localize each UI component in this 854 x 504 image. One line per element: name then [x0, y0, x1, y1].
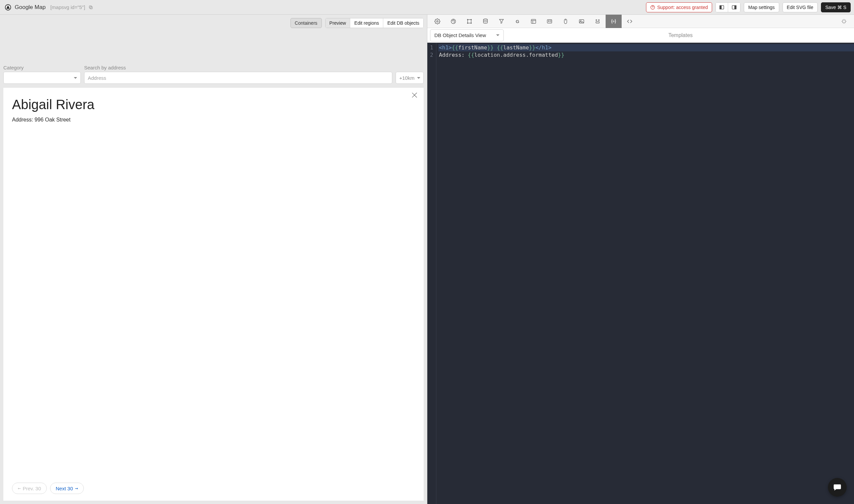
prev-page-button[interactable]: ← Prev. 30 [12, 483, 47, 494]
template-view-select[interactable]: DB Object Details View [430, 29, 504, 41]
chat-fab[interactable] [828, 478, 847, 497]
prev-page-label: Prev. 30 [23, 486, 41, 491]
bounding-box-icon[interactable] [461, 15, 477, 28]
svg-point-4 [653, 8, 653, 8]
code-line: <h1>{{firstName}} {{lastName}}</h1> [438, 44, 854, 51]
svg-text:G: G [516, 19, 519, 24]
id-card-icon[interactable] [541, 15, 557, 28]
svg-rect-15 [468, 19, 472, 23]
close-icon[interactable] [411, 92, 417, 98]
filter-icon[interactable] [494, 15, 510, 28]
template-view-label: DB Object Details View [434, 32, 486, 38]
svg-point-29 [598, 19, 599, 20]
detail-address: Address: 996 Oak Street [12, 117, 415, 123]
copy-shortcode-icon[interactable] [88, 5, 93, 10]
distance-value: +10km [399, 75, 414, 81]
levels-icon[interactable] [590, 15, 606, 28]
code-icon[interactable] [622, 15, 638, 28]
tab-containers[interactable]: Containers [290, 18, 322, 28]
svg-point-16 [467, 19, 468, 20]
tab-edit-db-objects[interactable]: Edit DB objects [383, 18, 423, 28]
code-line: Address: {{location.address.formatted}} [438, 51, 854, 59]
svg-point-20 [483, 19, 487, 20]
svg-point-31 [613, 21, 614, 21]
address-input[interactable] [88, 72, 389, 84]
support-access-label: Support: access granted [657, 5, 708, 10]
panel-layout-toggle [715, 2, 741, 12]
page-title: Google Map [15, 4, 46, 11]
preview-tab-group: Preview Edit regions Edit DB objects [325, 18, 424, 28]
category-select[interactable] [3, 72, 81, 84]
question-circle-icon [650, 5, 655, 10]
save-button[interactable]: Save ⌘ S [821, 2, 851, 12]
svg-rect-23 [547, 19, 552, 23]
detail-name: Abigail Rivera [12, 97, 415, 112]
mouse-icon[interactable] [557, 15, 573, 28]
settings-toolbar: G [427, 15, 854, 28]
next-page-label: Next 30 [56, 486, 73, 491]
svg-point-28 [596, 19, 597, 20]
gear-icon[interactable] [429, 15, 445, 28]
svg-rect-22 [531, 19, 536, 23]
svg-rect-8 [735, 5, 736, 9]
panel-right-button[interactable] [728, 3, 740, 12]
arrow-left-icon: ← [18, 485, 21, 491]
chevron-down-icon [74, 77, 77, 79]
code-editor[interactable]: 1 2 <h1>{{firstName}} {{lastName}}</h1> … [427, 43, 854, 504]
svg-point-19 [471, 23, 472, 23]
image-icon[interactable] [573, 15, 590, 28]
svg-rect-6 [720, 5, 722, 9]
chevron-down-icon [496, 34, 499, 36]
templates-heading: Templates [669, 32, 693, 38]
tab-preview[interactable]: Preview [325, 18, 350, 28]
line-gutter: 1 2 [427, 43, 437, 504]
svg-point-17 [471, 19, 472, 20]
palette-icon[interactable] [445, 15, 461, 28]
svg-point-9 [437, 20, 438, 22]
panel-left-button[interactable] [716, 3, 728, 12]
support-access-button[interactable]: Support: access granted [646, 2, 712, 12]
database-icon[interactable] [477, 15, 494, 28]
sparkle-icon[interactable] [836, 15, 852, 28]
map-settings-button[interactable]: Map settings [744, 2, 779, 12]
google-icon[interactable]: G [510, 15, 526, 28]
chevron-down-icon [417, 77, 420, 79]
svg-rect-30 [596, 21, 600, 23]
layout-icon[interactable] [526, 15, 541, 28]
next-page-button[interactable]: Next 30 → [50, 483, 84, 494]
search-label: Search by address [84, 65, 424, 70]
app-logo-icon [5, 4, 11, 11]
arrow-right-icon: → [75, 485, 78, 491]
svg-rect-2 [89, 6, 91, 8]
edit-svg-button[interactable]: Edit SVG file [783, 2, 818, 12]
svg-rect-1 [90, 6, 92, 9]
template-icon[interactable] [606, 15, 622, 28]
svg-point-13 [454, 20, 455, 21]
tab-edit-regions[interactable]: Edit regions [350, 18, 383, 28]
detail-card: Abigail Rivera Address: 996 Oak Street ←… [3, 88, 424, 501]
category-label: Category [3, 65, 81, 70]
svg-point-12 [453, 20, 454, 20]
svg-point-11 [452, 20, 453, 21]
shortcode-text: [mapsvg id="5"] [50, 4, 85, 10]
svg-point-24 [548, 20, 549, 21]
svg-point-14 [454, 22, 455, 22]
svg-point-18 [467, 23, 468, 23]
distance-select[interactable]: +10km [396, 72, 424, 84]
